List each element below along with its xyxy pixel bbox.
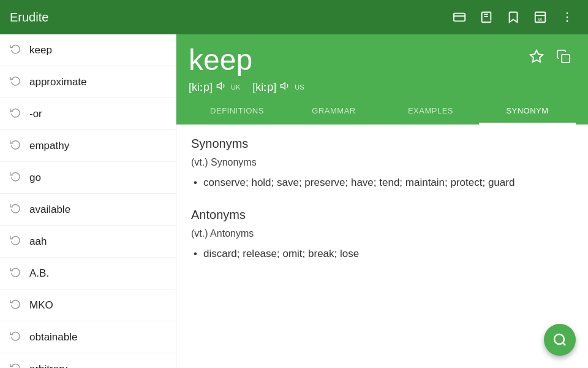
- sidebar: keep approximate -or empathy go: [0, 34, 176, 368]
- pronunciation-uk-text: [kiːp]: [189, 80, 213, 94]
- copy-button[interactable]: [551, 44, 576, 69]
- sidebar-item-label: aah: [29, 236, 47, 248]
- synonyms-title: Synonyms: [191, 137, 573, 151]
- word-header: keep [kiːp] UK: [176, 34, 588, 125]
- svg-point-8: [567, 17, 568, 18]
- tab-synonym[interactable]: SYNONYM: [479, 99, 576, 125]
- svg-point-9: [567, 20, 568, 22]
- sidebar-item-label: MKO: [29, 299, 53, 312]
- sidebar-item-mko[interactable]: MKO: [0, 289, 176, 321]
- sidebar-item-ab[interactable]: A.B.: [0, 258, 176, 289]
- antonyms-list: discard; release; omit; break; lose: [191, 243, 573, 264]
- sidebar-item-label: arbitrary: [29, 363, 67, 369]
- svg-rect-11: [562, 55, 570, 63]
- topbar: Erudite W: [0, 0, 588, 34]
- sidebar-item-label: A.B.: [29, 267, 49, 280]
- history-icon-keep: [10, 43, 21, 57]
- sidebar-item-keep[interactable]: keep: [0, 34, 176, 66]
- svg-rect-0: [454, 13, 465, 21]
- tab-definitions[interactable]: DEFINITIONS: [189, 99, 285, 125]
- svg-marker-12: [217, 83, 222, 90]
- svg-marker-10: [530, 50, 543, 62]
- svg-marker-13: [281, 83, 285, 90]
- synonyms-list: conserve; hold; save; preserve; have; te…: [191, 172, 573, 193]
- history-icon-mko: [10, 298, 21, 312]
- topbar-icons: W: [448, 6, 578, 28]
- sidebar-item-label: -or: [29, 108, 42, 120]
- sidebar-item-empathy[interactable]: empathy: [0, 130, 176, 162]
- bookmark-icon[interactable]: [502, 6, 524, 28]
- book-icon[interactable]: [475, 6, 497, 28]
- sidebar-item-label: empathy: [29, 140, 69, 152]
- sidebar-item-label: keep: [29, 44, 52, 56]
- synonyms-list-item: conserve; hold; save; preserve; have; te…: [191, 172, 573, 193]
- pronunciation-us: [kiːp] US: [252, 80, 304, 94]
- svg-text:W: W: [538, 17, 542, 22]
- sidebar-item-aah[interactable]: aah: [0, 226, 176, 258]
- more-options-icon[interactable]: [556, 6, 578, 28]
- tab-grammar[interactable]: GRAMMAR: [285, 99, 382, 125]
- pronunciation-uk-flag: UK: [231, 83, 240, 91]
- sidebar-item-arbitrary[interactable]: arbitrary: [0, 353, 176, 368]
- search-fab[interactable]: [544, 324, 576, 356]
- sidebar-item-available[interactable]: available: [0, 194, 176, 226]
- tabs: DEFINITIONS GRAMMAR EXAMPLES SYNONYM: [189, 99, 576, 125]
- synonym-content: Synonyms (vt.) Synonyms conserve; hold; …: [176, 125, 588, 368]
- flashcard-icon[interactable]: [448, 6, 470, 28]
- sidebar-item-label: go: [29, 172, 41, 184]
- antonyms-list-item: discard; release; omit; break; lose: [191, 243, 573, 264]
- history-icon-ab: [10, 266, 21, 280]
- pronunciation-us-flag: US: [295, 83, 304, 91]
- history-icon-empathy: [10, 139, 21, 153]
- sidebar-item-obtainable[interactable]: obtainable: [0, 321, 176, 353]
- history-icon-aah: [10, 234, 21, 248]
- antonyms-section: Antonyms (vt.) Antonyms discard; release…: [191, 208, 573, 264]
- tab-examples[interactable]: EXAMPLES: [382, 99, 479, 125]
- word-header-actions: [524, 44, 576, 69]
- sidebar-item-or[interactable]: -or: [0, 98, 176, 130]
- sidebar-item-label: obtainable: [29, 331, 77, 343]
- word-header-top: keep: [189, 44, 576, 77]
- word-title: keep: [189, 44, 252, 77]
- sidebar-item-go[interactable]: go: [0, 162, 176, 194]
- svg-point-7: [567, 12, 568, 14]
- antonyms-subtitle: (vt.) Antonyms: [191, 228, 573, 239]
- pronunciation-uk: [kiːp] UK: [189, 80, 240, 94]
- app-title: Erudite: [10, 10, 448, 25]
- sidebar-item-label: approximate: [29, 76, 87, 88]
- history-icon-approximate: [10, 75, 21, 89]
- speaker-uk-icon[interactable]: [216, 80, 227, 94]
- content-area: keep [kiːp] UK: [176, 34, 588, 368]
- svg-line-15: [563, 343, 565, 345]
- history-icon-available: [10, 202, 21, 217]
- antonyms-title: Antonyms: [191, 208, 573, 222]
- svg-point-14: [554, 334, 564, 344]
- star-button[interactable]: [524, 44, 549, 69]
- history-icon-or: [10, 107, 21, 121]
- main-layout: keep approximate -or empathy go: [0, 34, 588, 368]
- wordbook-icon[interactable]: W: [529, 6, 551, 28]
- synonyms-subtitle: (vt.) Synonyms: [191, 157, 573, 168]
- sidebar-item-approximate[interactable]: approximate: [0, 66, 176, 98]
- synonyms-section: Synonyms (vt.) Synonyms conserve; hold; …: [191, 137, 573, 193]
- history-icon-obtainable: [10, 330, 21, 344]
- sidebar-item-label: available: [29, 204, 70, 216]
- speaker-us-icon[interactable]: [280, 80, 291, 94]
- history-icon-go: [10, 171, 21, 185]
- pronunciations: [kiːp] UK [kiːp] US: [189, 80, 576, 94]
- history-icon-arbitrary: [10, 362, 21, 368]
- pronunciation-us-text: [kiːp]: [252, 80, 276, 94]
